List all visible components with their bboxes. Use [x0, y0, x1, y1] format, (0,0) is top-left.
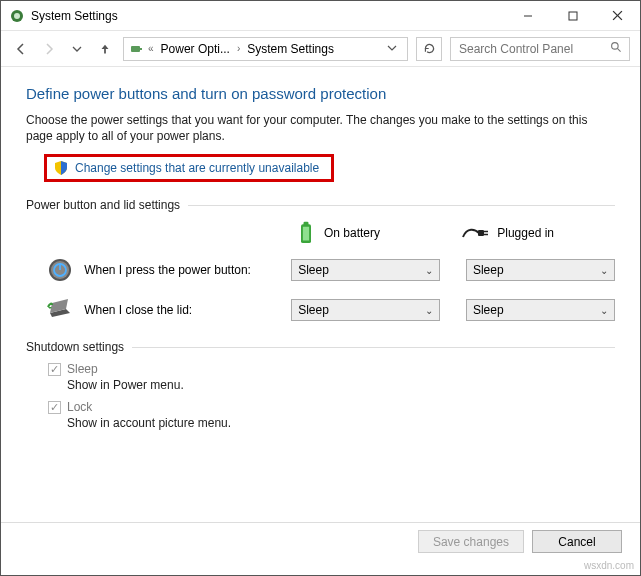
svg-rect-6 [131, 46, 140, 52]
dropdown-value: Sleep [298, 303, 329, 317]
col-battery-label: On battery [324, 226, 380, 240]
svg-rect-7 [140, 48, 142, 50]
dropdown-value: Sleep [473, 303, 504, 317]
col-header-battery: On battery [296, 220, 461, 246]
watermark: wsxdn.com [584, 560, 634, 571]
col-plugged-label: Plugged in [497, 226, 554, 240]
section-shutdown: Shutdown settings [26, 340, 615, 354]
breadcrumb-system-settings[interactable]: System Settings [244, 42, 337, 56]
breadcrumb-dropdown[interactable] [381, 42, 403, 56]
chevron-left-icon: « [146, 43, 156, 54]
back-button[interactable] [11, 39, 31, 59]
sleep-checkbox-label: Sleep [67, 362, 98, 376]
svg-line-9 [617, 48, 620, 51]
search-icon [610, 41, 623, 57]
page-description: Choose the power settings that you want … [26, 112, 615, 144]
page-heading: Define power buttons and turn on passwor… [26, 85, 615, 102]
col-header-plugged: Plugged in [461, 220, 615, 246]
power-button-plugged-dropdown[interactable]: Sleep ⌄ [466, 259, 615, 281]
sleep-checkbox-sub: Show in Power menu. [67, 378, 615, 392]
row-close-lid: When I close the lid: Sleep ⌄ Sleep ⌄ [46, 290, 615, 330]
power-button-icon [47, 257, 73, 283]
lid-battery-dropdown[interactable]: Sleep ⌄ [291, 299, 440, 321]
recent-locations-button[interactable] [67, 39, 87, 59]
svg-rect-3 [569, 12, 577, 20]
refresh-button[interactable] [416, 37, 442, 61]
power-button-label: When I press the power button: [84, 263, 281, 277]
close-lid-label: When I close the lid: [84, 303, 281, 317]
titlebar: System Settings [1, 1, 640, 31]
lock-checkbox-sub: Show in account picture menu. [67, 416, 615, 430]
dropdown-value: Sleep [298, 263, 329, 277]
laptop-lid-icon [46, 299, 74, 321]
button-bar: Save changes Cancel [418, 530, 622, 553]
power-button-battery-dropdown[interactable]: Sleep ⌄ [291, 259, 440, 281]
breadcrumb[interactable]: « Power Opti... › System Settings [123, 37, 408, 61]
svg-point-8 [612, 42, 619, 49]
save-button[interactable]: Save changes [418, 530, 524, 553]
lock-checkbox[interactable]: ✓ [48, 401, 61, 414]
lock-checkbox-label: Lock [67, 400, 92, 414]
app-icon [9, 8, 25, 24]
search-box[interactable] [450, 37, 630, 61]
chevron-down-icon: ⌄ [600, 305, 608, 316]
cancel-button[interactable]: Cancel [532, 530, 622, 553]
plug-icon [461, 224, 489, 242]
section-power-button: Power button and lid settings [26, 198, 615, 212]
minimize-button[interactable] [505, 1, 550, 31]
window-title: System Settings [31, 9, 505, 23]
battery-icon [296, 220, 316, 246]
lid-plugged-dropdown[interactable]: Sleep ⌄ [466, 299, 615, 321]
close-button[interactable] [595, 1, 640, 31]
sleep-checkbox[interactable]: ✓ [48, 363, 61, 376]
chevron-down-icon: ⌄ [600, 265, 608, 276]
shield-icon [53, 160, 69, 176]
svg-rect-11 [304, 222, 309, 226]
svg-point-1 [14, 13, 20, 19]
maximize-button[interactable] [550, 1, 595, 31]
forward-button[interactable] [39, 39, 59, 59]
sleep-checkbox-row: ✓ Sleep [48, 362, 615, 376]
chevron-down-icon: ⌄ [425, 265, 433, 276]
breadcrumb-power-options[interactable]: Power Opti... [158, 42, 233, 56]
svg-rect-13 [478, 230, 484, 236]
power-icon [128, 41, 144, 57]
up-button[interactable] [95, 39, 115, 59]
change-settings-highlight: Change settings that are currently unava… [44, 154, 334, 182]
chevron-right-icon: › [235, 43, 242, 54]
lock-checkbox-row: ✓ Lock [48, 400, 615, 414]
chevron-down-icon: ⌄ [425, 305, 433, 316]
row-power-button: When I press the power button: Sleep ⌄ S… [46, 250, 615, 290]
svg-rect-12 [303, 227, 309, 241]
navbar: « Power Opti... › System Settings [1, 31, 640, 67]
divider [1, 522, 640, 523]
content-area: Define power buttons and turn on passwor… [1, 67, 640, 430]
change-settings-link[interactable]: Change settings that are currently unava… [75, 161, 319, 175]
dropdown-value: Sleep [473, 263, 504, 277]
search-input[interactable] [457, 41, 623, 57]
